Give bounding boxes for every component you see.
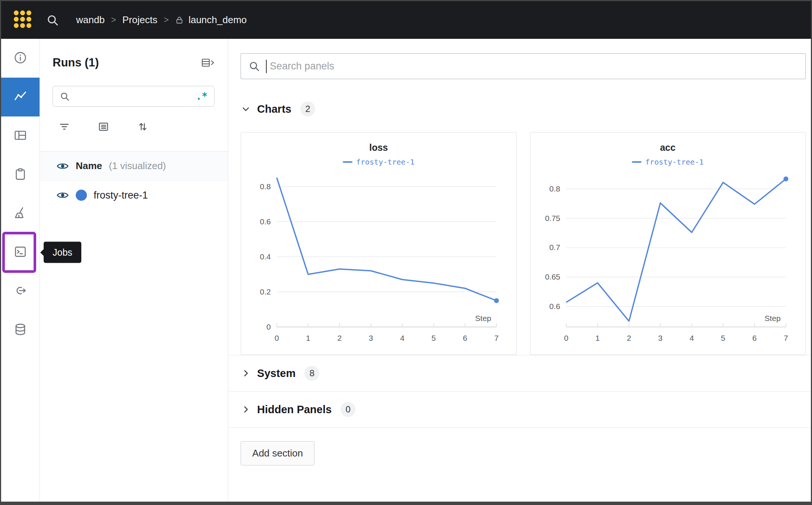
svg-text:0: 0: [275, 334, 279, 342]
search-icon: [248, 60, 260, 72]
chart-panel-acc[interactable]: acc frosty-tree-1 0.60.650.70.750.801234…: [530, 132, 806, 355]
sidebar-item-workspace[interactable]: [1, 78, 40, 116]
sidebar-item-tables[interactable]: [1, 116, 40, 155]
svg-text:2: 2: [338, 334, 342, 342]
runs-search-input[interactable]: [74, 91, 191, 102]
svg-text:5: 5: [721, 334, 725, 342]
table-icon: [13, 128, 27, 144]
filter-icon[interactable]: [59, 121, 70, 133]
chevron-right-icon[interactable]: [241, 368, 251, 378]
sidebar-item-launch[interactable]: [1, 272, 40, 311]
text-cursor: [266, 60, 267, 73]
sidebar-item-sweeps[interactable]: [1, 194, 40, 233]
sidebar-item-overview[interactable]: [1, 39, 40, 78]
visibility-eye-icon[interactable]: [56, 160, 69, 172]
line-chart-plot[interactable]: 00.20.40.60.801234567Step: [246, 166, 511, 351]
search-icon: [60, 91, 70, 102]
section-divider: [228, 427, 811, 428]
sidebar-item-artifacts[interactable]: [1, 311, 40, 349]
legend-line-swatch: [343, 161, 352, 163]
line-chart-icon: [13, 90, 27, 105]
breadcrumb-entity[interactable]: wandb: [76, 14, 105, 26]
add-section-button[interactable]: Add section: [241, 441, 314, 465]
group-list-icon[interactable]: [98, 121, 109, 133]
clipboard-icon: [13, 167, 27, 183]
svg-text:0: 0: [267, 322, 271, 331]
section-header-system[interactable]: System 8: [241, 366, 319, 381]
left-icon-sidebar: Jobs: [1, 39, 40, 502]
section-label-system: System: [257, 367, 295, 380]
section-header-hidden-panels[interactable]: Hidden Panels 0: [241, 402, 355, 417]
breadcrumb-projects[interactable]: Projects: [122, 14, 157, 26]
runs-table-header-row: Name (1 visualized): [40, 152, 228, 181]
workspace-main: Charts 2 loss frosty-tree-1 00.20.40.60.…: [228, 39, 811, 502]
svg-text:5: 5: [432, 334, 436, 342]
sidebar-item-jobs[interactable]: Jobs: [1, 233, 40, 272]
wandb-app-window: wandb > Projects > launch_demo: [0, 0, 812, 505]
svg-text:0: 0: [564, 334, 568, 342]
legend-run-name: frosty-tree-1: [645, 158, 704, 166]
panel-search-input[interactable]: [269, 60, 798, 72]
svg-text:3: 3: [369, 334, 373, 342]
chart-legend: frosty-tree-1: [632, 158, 704, 166]
chevron-right-icon[interactable]: [241, 404, 251, 415]
section-row-system: System 8: [241, 355, 806, 391]
line-chart-plot[interactable]: 0.60.650.70.750.801234567Step: [536, 166, 800, 351]
hidden-panels-count-badge: 0: [341, 402, 355, 417]
regex-toggle-icon[interactable]: .*: [196, 91, 207, 102]
section-row-hidden-panels: Hidden Panels 0: [241, 392, 806, 427]
section-header-charts[interactable]: Charts 2: [241, 101, 806, 117]
info-icon: [13, 51, 27, 66]
visibility-eye-icon[interactable]: [56, 189, 69, 202]
jobs-tooltip: Jobs: [44, 242, 81, 263]
svg-text:1: 1: [306, 334, 311, 342]
svg-text:1: 1: [595, 334, 600, 342]
database-icon: [13, 322, 27, 338]
svg-text:0.8: 0.8: [260, 182, 271, 191]
svg-text:2: 2: [627, 334, 631, 342]
chevron-down-icon[interactable]: [241, 104, 251, 114]
svg-text:7: 7: [784, 334, 788, 342]
runs-search-box: .*: [53, 86, 214, 107]
visualized-count-label: (1 visualized): [109, 160, 166, 172]
name-column-header[interactable]: Name: [76, 160, 102, 172]
expand-runs-table-icon[interactable]: [201, 57, 215, 69]
svg-text:4: 4: [400, 334, 405, 342]
launch-arrow-icon: [13, 284, 27, 299]
svg-text:0.8: 0.8: [549, 184, 560, 193]
nav-search-icon[interactable]: [46, 14, 59, 27]
wandb-logo-icon[interactable]: [14, 10, 33, 29]
svg-text:6: 6: [463, 334, 467, 342]
svg-text:Step: Step: [764, 314, 780, 322]
broom-icon: [13, 206, 27, 221]
runs-toolbar: [40, 121, 228, 133]
sidebar-item-reports[interactable]: [1, 155, 40, 194]
chart-legend: frosty-tree-1: [343, 158, 415, 166]
runs-panel-header: Runs (1): [40, 39, 228, 71]
svg-text:0.65: 0.65: [545, 272, 560, 281]
panel-search-box: [241, 53, 806, 79]
top-navbar: wandb > Projects > launch_demo: [1, 1, 811, 39]
terminal-icon: [13, 245, 27, 260]
breadcrumb-project-name[interactable]: launch_demo: [188, 14, 247, 26]
runs-panel: Runs (1) .*: [40, 39, 228, 502]
run-row[interactable]: frosty-tree-1: [40, 181, 228, 202]
system-count-badge: 8: [304, 366, 319, 381]
svg-text:4: 4: [689, 334, 694, 342]
breadcrumb: wandb > Projects > launch_demo: [76, 14, 247, 26]
section-label-hidden-panels: Hidden Panels: [257, 403, 332, 416]
svg-text:0.4: 0.4: [260, 252, 271, 261]
run-name[interactable]: frosty-tree-1: [94, 190, 148, 201]
charts-count-badge: 2: [300, 102, 315, 116]
chart-title: loss: [369, 142, 388, 153]
svg-text:3: 3: [658, 334, 662, 342]
runs-title: Runs (1): [53, 56, 99, 69]
lock-icon: [175, 16, 184, 25]
app-body: Jobs: [1, 39, 811, 502]
svg-text:6: 6: [752, 334, 757, 342]
chart-title: acc: [660, 142, 675, 153]
svg-text:0.6: 0.6: [260, 217, 271, 226]
chart-panel-loss[interactable]: loss frosty-tree-1 00.20.40.60.801234567…: [241, 132, 516, 355]
breadcrumb-separator: >: [164, 15, 169, 25]
sort-icon[interactable]: [137, 121, 148, 133]
